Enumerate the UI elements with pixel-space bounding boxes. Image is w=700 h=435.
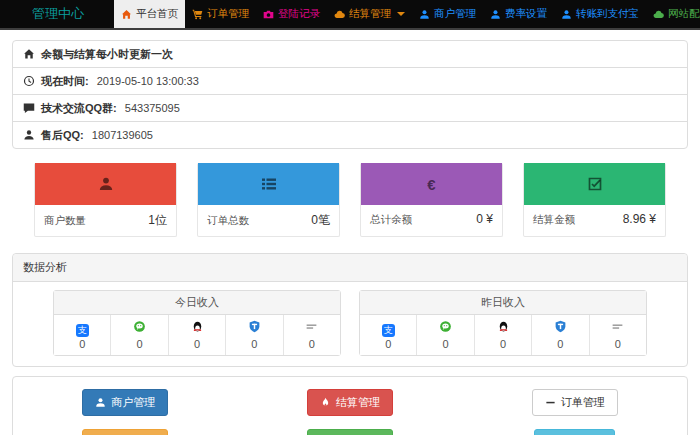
stat-card-order-total: 订单总数 0笔 <box>197 163 340 237</box>
yesterday-income-cells: 支 0 0 0 <box>360 315 646 355</box>
pay-value: 0 <box>532 338 588 350</box>
nav-item-transfer-alipay[interactable]: 转账到支付宝 <box>554 0 646 28</box>
button-label: 商户管理 <box>111 395 155 410</box>
pay-cell-wechat: 0 <box>417 315 474 355</box>
stat-cards-row: 商户数量 1位 订单总数 0笔 € 总计余额 0 ¥ <box>12 163 688 237</box>
pay-cell-qq: 0 <box>475 315 532 355</box>
cloud-icon <box>334 9 345 20</box>
brand-title[interactable]: 管理中心 <box>0 0 114 28</box>
pay-cell-other: 0 <box>590 315 646 355</box>
nav-item-home[interactable]: 平台首页 <box>114 0 185 28</box>
stat-card-body: 结算金额 8.96 ¥ <box>524 205 665 234</box>
alipay-icon: 支 <box>76 324 89 337</box>
info-label: 现在时间: <box>41 74 89 89</box>
nav-item-label: 网站配置 <box>668 7 700 21</box>
tenpay-icon <box>554 320 567 333</box>
today-income-title: 今日收入 <box>54 291 340 315</box>
quick-btn-merchant-manage[interactable]: 商户管理 <box>82 389 168 416</box>
nav-item-merchant-manage[interactable]: 商户管理 <box>412 0 483 28</box>
cart-icon <box>192 9 203 20</box>
pay-cell-alipay: 支 0 <box>360 315 417 355</box>
home-icon <box>23 48 35 60</box>
caret-down-icon <box>397 12 405 16</box>
pay-value: 0 <box>417 338 473 350</box>
nav-item-rate-settings[interactable]: 费率设置 <box>483 0 554 28</box>
qq-group-value: 543375095 <box>125 102 180 114</box>
nav-item-settlement-manage[interactable]: 结算管理 <box>327 0 412 28</box>
button-label: 结算管理 <box>336 395 380 410</box>
info-row-notice: 余额与结算每小时更新一次 <box>13 41 687 68</box>
info-label: 技术交流QQ群: <box>41 101 117 116</box>
yesterday-income-panel: 昨日收入 支 0 0 <box>359 290 647 356</box>
analysis-panel: 数据分析 今日收入 支 0 0 <box>12 253 688 367</box>
nav-item-label: 平台首页 <box>136 7 178 21</box>
quick-btn-system-log[interactable]: € 系统日志 <box>534 429 615 435</box>
user-icon <box>419 9 430 20</box>
pay-cell-other: 0 <box>284 315 340 355</box>
current-time-value: 2019-05-10 13:00:33 <box>97 75 199 87</box>
nav-item-label: 订单管理 <box>207 7 249 21</box>
minus-icon <box>545 397 556 408</box>
user-icon <box>490 9 501 20</box>
info-label: 售后QQ: <box>41 128 84 143</box>
analysis-title: 数据分析 <box>13 254 687 282</box>
nav-item-login-records[interactable]: 登陆记录 <box>256 0 327 28</box>
stat-label: 总计余额 <box>370 213 412 227</box>
quick-actions-panel: 商户管理 结算管理 订单管理 结算记录 <box>12 376 688 435</box>
stat-card-body: 总计余额 0 ¥ <box>361 205 502 234</box>
alipay-icon: 支 <box>382 324 395 337</box>
pay-cell-alipay: 支 0 <box>54 315 111 355</box>
pay-value: 0 <box>169 338 225 350</box>
home-icon <box>121 9 132 20</box>
quick-btn-order-manage[interactable]: 订单管理 <box>532 389 618 416</box>
button-label: 订单管理 <box>561 395 605 410</box>
support-qq-value: 1807139605 <box>92 129 153 141</box>
info-row-qq-group: 技术交流QQ群: 543375095 <box>13 95 687 122</box>
quick-btn-settlement-records[interactable]: 结算记录 <box>82 429 168 435</box>
nav-item-site-config[interactable]: 网站配置 <box>646 0 700 28</box>
comment-icon <box>23 102 35 114</box>
nav-item-label: 结算管理 <box>349 7 391 21</box>
quick-btn-settlement-manage[interactable]: 结算管理 <box>307 389 393 416</box>
wechat-icon <box>133 320 146 333</box>
camera-icon <box>263 9 274 20</box>
nav-item-label: 商户管理 <box>434 7 476 21</box>
main-content: 余额与结算每小时更新一次 现在时间: 2019-05-10 13:00:33 技… <box>0 30 700 435</box>
pay-cell-tenpay: 0 <box>226 315 283 355</box>
info-panel: 余额与结算每小时更新一次 现在时间: 2019-05-10 13:00:33 技… <box>12 40 688 149</box>
stat-card-settlement-amount: 结算金额 8.96 ¥ <box>523 163 666 237</box>
today-income-panel: 今日收入 支 0 0 <box>53 290 341 356</box>
pay-cell-wechat: 0 <box>111 315 168 355</box>
user-icon <box>561 9 572 20</box>
pay-value: 0 <box>360 338 416 350</box>
top-navbar: 管理中心 平台首页 订单管理 登陆记录 结算管理 商户管理 <box>0 0 700 30</box>
cloud-icon <box>653 9 664 20</box>
stat-value: 0笔 <box>311 212 330 229</box>
stat-card-merchant-count: 商户数量 1位 <box>34 163 177 237</box>
nav-item-label: 转账到支付宝 <box>576 7 639 21</box>
quick-btn-monitor-manage[interactable]: 监控管理 <box>307 429 393 435</box>
pay-value: 0 <box>475 338 531 350</box>
pay-value: 0 <box>54 338 110 350</box>
euro-icon: € <box>427 176 435 193</box>
pay-value: 0 <box>284 338 340 350</box>
qq-icon <box>191 320 204 333</box>
info-row-current-time: 现在时间: 2019-05-10 13:00:33 <box>13 68 687 95</box>
info-label: 余额与结算每小时更新一次 <box>41 47 173 62</box>
stat-value: 0 ¥ <box>476 212 493 226</box>
tenpay-icon <box>248 320 261 333</box>
wechat-icon <box>439 320 452 333</box>
fire-icon <box>320 397 331 408</box>
stat-label: 商户数量 <box>44 214 86 228</box>
info-row-support-qq: 售后QQ: 1807139605 <box>13 122 687 148</box>
list-icon <box>261 176 277 192</box>
pay-value: 0 <box>111 338 167 350</box>
stat-card-header <box>524 163 665 205</box>
pay-cell-qq: 0 <box>169 315 226 355</box>
nav-item-orders[interactable]: 订单管理 <box>185 0 256 28</box>
quick-buttons-row-2: 结算记录 监控管理 € 系统日志 <box>13 429 687 435</box>
stat-card-header <box>198 163 339 205</box>
stat-card-body: 订单总数 0笔 <box>198 205 339 236</box>
stat-card-header <box>35 163 176 205</box>
stat-value: 8.96 ¥ <box>623 212 656 226</box>
